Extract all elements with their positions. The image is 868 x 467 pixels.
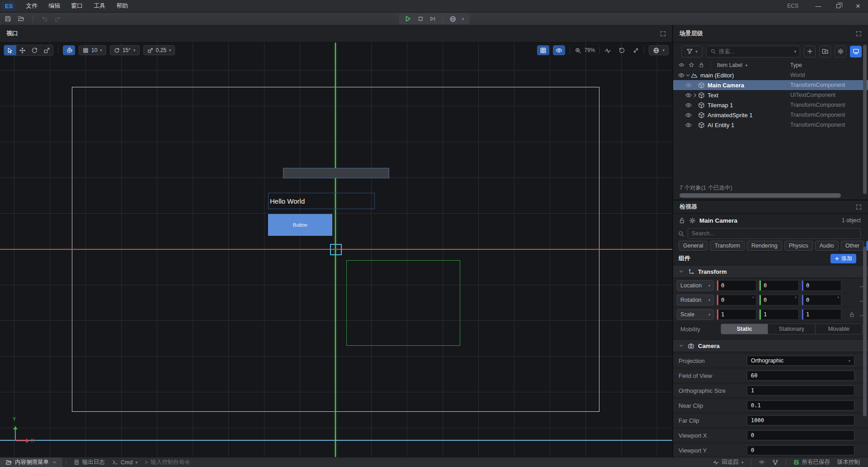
- eye-icon[interactable]: [685, 92, 692, 99]
- step-button[interactable]: [429, 15, 436, 22]
- menu-edit[interactable]: 编辑: [44, 0, 65, 12]
- scale-z-field[interactable]: 1: [802, 309, 841, 320]
- save-icon[interactable]: [5, 15, 11, 22]
- new-folder-button[interactable]: [819, 46, 831, 57]
- viewport-canvas[interactable]: 10 ▾ 15° ▾ 0.25 ▾: [0, 43, 672, 457]
- mobility-static[interactable]: Static: [721, 324, 768, 334]
- eye-column-icon[interactable]: [679, 62, 684, 68]
- snap-toggle-button[interactable]: [63, 45, 75, 55]
- transform-section-header[interactable]: Transform: [673, 265, 868, 278]
- scene-origin-handle[interactable]: [330, 244, 342, 255]
- display-toggle-button[interactable]: [850, 46, 862, 57]
- tree-row-world[interactable]: main (Editor) World: [673, 70, 868, 80]
- near-clip-input[interactable]: 0.1: [747, 400, 854, 410]
- eye-icon[interactable]: [685, 102, 692, 109]
- tab-general[interactable]: General: [679, 241, 708, 251]
- tab-transform[interactable]: Transform: [710, 241, 745, 251]
- cmd-dropdown[interactable]: Cmd ▾: [108, 457, 141, 467]
- save-status[interactable]: 所有已保存: [790, 458, 834, 466]
- eye-icon[interactable]: [685, 122, 692, 129]
- menu-tools[interactable]: 工具: [89, 0, 110, 12]
- scale-snap-dropdown[interactable]: 0.25 ▾: [143, 45, 175, 55]
- reset-view-icon[interactable]: [618, 47, 625, 54]
- expand-icon[interactable]: [856, 31, 862, 37]
- far-clip-input[interactable]: 1000: [747, 415, 854, 425]
- visibility-toggle-button[interactable]: [553, 45, 565, 55]
- expand-icon[interactable]: [660, 31, 666, 37]
- branch-status[interactable]: [769, 459, 782, 466]
- tab-physics[interactable]: Physics: [784, 241, 813, 251]
- hierarchy-search-input[interactable]: [719, 48, 792, 55]
- settings-button[interactable]: [835, 46, 846, 57]
- rotation-dropdown[interactable]: Rotation▾: [677, 295, 714, 305]
- network-status[interactable]: [755, 459, 769, 466]
- sort-by-label[interactable]: Item Label ▲: [711, 62, 790, 68]
- tab-other[interactable]: Other: [841, 241, 864, 251]
- rotation-z-field[interactable]: 0°: [802, 295, 841, 305]
- app-logo[interactable]: ES: [2, 1, 16, 11]
- star-column-icon[interactable]: [689, 62, 694, 68]
- close-button[interactable]: ✕: [848, 0, 868, 12]
- scale-x-field[interactable]: 1: [717, 309, 756, 320]
- zoom-indicator[interactable]: 79%: [575, 47, 595, 54]
- eye-icon[interactable]: [685, 112, 692, 119]
- trace-dropdown[interactable]: 回追踪 ▾: [709, 458, 747, 466]
- scene-text-object[interactable]: Hello World: [268, 193, 375, 209]
- tree-row-tilemap[interactable]: Tilemap 1 TransformComponent: [673, 100, 868, 110]
- gear-icon[interactable]: [689, 217, 696, 224]
- projection-dropdown[interactable]: Orthographic ▾: [747, 356, 854, 366]
- viewport-y-input[interactable]: 0: [747, 445, 854, 455]
- open-folder-icon[interactable]: [18, 15, 24, 22]
- hierarchy-search[interactable]: ▾: [706, 46, 801, 57]
- location-z-field[interactable]: 0: [802, 280, 841, 291]
- menu-help[interactable]: 帮助: [112, 0, 132, 12]
- stats-icon[interactable]: [604, 47, 611, 54]
- rotation-y-field[interactable]: 0°: [759, 295, 799, 305]
- grid-toggle-button[interactable]: [537, 45, 549, 55]
- tree-row-animatedsprite[interactable]: AnimatedSprite 1 TransformComponent: [673, 110, 868, 120]
- chevron-down-icon[interactable]: ▾: [794, 49, 797, 54]
- camera-section-header[interactable]: Camera: [673, 339, 868, 352]
- globe-icon[interactable]: [449, 15, 457, 23]
- chevron-down-icon[interactable]: ▾: [462, 17, 464, 21]
- restore-button[interactable]: [828, 0, 848, 12]
- lock-column-icon[interactable]: [698, 62, 704, 68]
- tree-row-ai-entity[interactable]: AI Entity 1 TransformComponent: [673, 120, 868, 130]
- angle-snap-dropdown[interactable]: 15° ▾: [110, 45, 140, 55]
- play-button[interactable]: [404, 15, 412, 23]
- world-dropdown[interactable]: ▾: [649, 45, 669, 55]
- content-drawer-button[interactable]: 内容侧滑菜单: [0, 457, 62, 467]
- select-tool-button[interactable]: [4, 45, 16, 55]
- rotation-x-field[interactable]: 0°: [717, 295, 756, 305]
- location-x-field[interactable]: 0: [717, 280, 756, 291]
- scale-tool-button[interactable]: [41, 45, 53, 55]
- horizontal-scrollbar[interactable]: [679, 193, 841, 198]
- fit-view-icon[interactable]: [632, 47, 639, 54]
- rotate-tool-button[interactable]: [28, 45, 41, 55]
- version-control-button[interactable]: 版本控制: [834, 458, 863, 466]
- unlock-icon[interactable]: [849, 312, 855, 318]
- add-entity-button[interactable]: [804, 46, 816, 57]
- tab-rendering[interactable]: Rendering: [747, 241, 782, 251]
- add-component-button[interactable]: 添加: [830, 254, 856, 263]
- tab-audio[interactable]: Audio: [815, 241, 839, 251]
- vertical-scrollbar[interactable]: [863, 247, 867, 416]
- viewport-x-input[interactable]: 0: [747, 430, 854, 440]
- expand-icon[interactable]: [856, 204, 862, 210]
- inspector-search-input[interactable]: [692, 230, 857, 237]
- vertical-scrollbar[interactable]: [863, 45, 867, 194]
- console-command-input[interactable]: > 输入控制台命令: [141, 457, 194, 467]
- mobility-movable[interactable]: Movable: [816, 324, 862, 334]
- output-log-button[interactable]: 输出日志: [70, 457, 108, 467]
- menu-file[interactable]: 文件: [21, 0, 42, 12]
- scale-y-field[interactable]: 1: [759, 309, 799, 320]
- scene-green-rect[interactable]: [346, 260, 460, 346]
- field-of-view-input[interactable]: 60: [747, 371, 854, 381]
- location-y-field[interactable]: 0: [759, 280, 799, 291]
- eye-icon[interactable]: [685, 82, 692, 89]
- scale-dropdown[interactable]: Scale▾: [677, 309, 714, 320]
- chevron-down-icon[interactable]: [685, 72, 691, 79]
- menu-window[interactable]: 窗口: [66, 0, 87, 12]
- location-dropdown[interactable]: Location▾: [677, 280, 714, 291]
- eye-icon[interactable]: [678, 72, 685, 79]
